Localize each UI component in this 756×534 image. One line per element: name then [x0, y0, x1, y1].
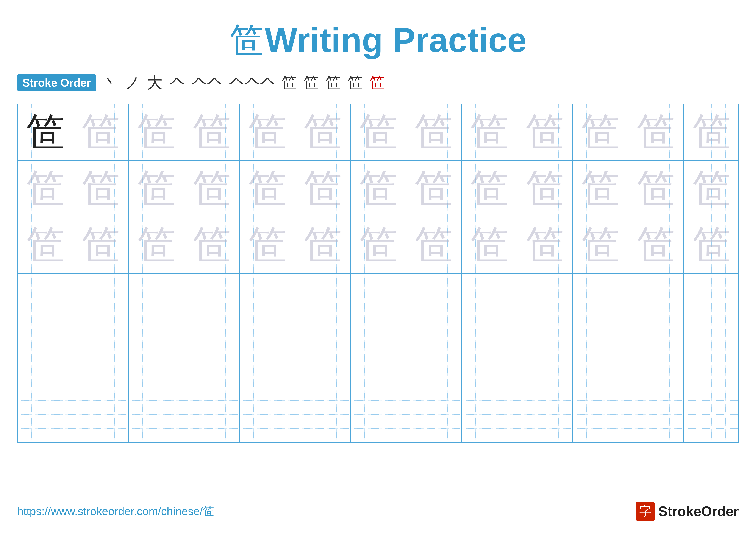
- grid-cell-2-9: 笸: [462, 161, 517, 217]
- grid-cell-4-8: [406, 273, 462, 330]
- grid-cell-2-8: 笸: [406, 161, 462, 217]
- title-area: 笸 Writing Practice: [0, 0, 756, 64]
- cell-char-faded: 笸: [137, 169, 176, 208]
- grid-cell-4-10: [517, 273, 573, 330]
- grid-cell-1-11: 笸: [573, 104, 628, 160]
- grid-cell-4-9: [462, 273, 517, 330]
- cell-char-faded: 笸: [303, 113, 342, 152]
- stroke-step-3: 大: [147, 72, 162, 93]
- grid-cell-6-4: [184, 387, 240, 443]
- grid-cell-2-12: 笸: [628, 161, 684, 217]
- grid-cell-2-10: 笸: [517, 161, 573, 217]
- grid-row-2: 笸 笸 笸 笸 笸 笸 笸 笸: [18, 161, 738, 217]
- cell-char-faded: 笸: [692, 226, 731, 265]
- grid-cell-2-4: 笸: [184, 161, 240, 217]
- grid-cell-6-1: [18, 387, 73, 443]
- cell-char-faded: 笸: [581, 169, 620, 208]
- grid-cell-5-7: [351, 330, 406, 386]
- grid-cell-6-12: [628, 387, 684, 443]
- cell-char-faded: 笸: [303, 169, 342, 208]
- cell-char-faded: 笸: [636, 113, 675, 152]
- grid-cell-3-10: 笸: [517, 217, 573, 273]
- stroke-step-4: 𠆢: [169, 74, 184, 92]
- grid-cell-1-6: 笸: [295, 104, 351, 160]
- cell-char-faded: 笸: [81, 226, 120, 265]
- grid-cell-5-6: [295, 330, 351, 386]
- grid-cell-2-1: 笸: [18, 161, 73, 217]
- title-text: Writing Practice: [265, 21, 526, 59]
- grid-cell-4-5: [240, 273, 295, 330]
- cell-char-faded: 笸: [414, 113, 453, 152]
- grid-cell-3-7: 笸: [351, 217, 406, 273]
- cell-char-faded: 笸: [303, 226, 342, 265]
- stroke-step-9: 笸: [325, 72, 341, 93]
- grid-cell-6-13: [684, 387, 739, 443]
- cell-char-faded: 笸: [81, 169, 120, 208]
- grid-cell-3-8: 笸: [406, 217, 462, 273]
- grid-cell-3-5: 笸: [240, 217, 295, 273]
- cell-char-faded: 笸: [192, 113, 231, 152]
- grid-cell-4-13: [684, 273, 739, 330]
- grid-cell-6-10: [517, 387, 573, 443]
- cell-char-faded: 笸: [692, 169, 731, 208]
- cell-char-solid: 笸: [26, 113, 65, 152]
- grid-cell-1-3: 笸: [129, 104, 184, 160]
- stroke-step-1: 丶: [103, 72, 118, 93]
- grid-cell-5-12: [628, 330, 684, 386]
- footer-brand-name: StrokeOrder: [659, 503, 739, 519]
- practice-grid: 笸 笸 笸 笸 笸 笸 笸 笸: [17, 104, 739, 443]
- grid-cell-6-2: [73, 387, 129, 443]
- grid-cell-2-7: 笸: [351, 161, 406, 217]
- cell-char-faded: 笸: [470, 113, 509, 152]
- stroke-order-badge: Stroke Order: [17, 74, 96, 91]
- grid-cell-6-5: [240, 387, 295, 443]
- cell-char-faded: 笸: [137, 226, 176, 265]
- grid-cell-3-13: 笸: [684, 217, 739, 273]
- cell-char-faded: 笸: [526, 169, 564, 208]
- cell-char-faded: 笸: [359, 169, 398, 208]
- grid-cell-5-9: [462, 330, 517, 386]
- grid-cell-5-8: [406, 330, 462, 386]
- grid-cell-4-1: [18, 273, 73, 330]
- stroke-step-7: 笸: [282, 72, 297, 93]
- grid-row-3: 笸 笸 笸 笸 笸 笸 笸 笸: [18, 217, 738, 273]
- grid-cell-2-6: 笸: [295, 161, 351, 217]
- stroke-step-2: ノ: [124, 72, 141, 93]
- grid-cell-2-2: 笸: [73, 161, 129, 217]
- cell-char-faded: 笸: [192, 226, 231, 265]
- grid-cell-3-11: 笸: [573, 217, 628, 273]
- cell-char-faded: 笸: [470, 226, 509, 265]
- grid-cell-1-1: 笸: [18, 104, 73, 160]
- grid-row-6: [18, 387, 738, 443]
- cell-char-faded: 笸: [359, 226, 398, 265]
- grid-cell-4-7: [351, 273, 406, 330]
- grid-cell-4-3: [129, 273, 184, 330]
- cell-char-faded: 笸: [470, 169, 509, 208]
- grid-cell-5-1: [18, 330, 73, 386]
- cell-char-faded: 笸: [526, 113, 564, 152]
- grid-cell-1-7: 笸: [351, 104, 406, 160]
- grid-cell-5-3: [129, 330, 184, 386]
- grid-cell-5-10: [517, 330, 573, 386]
- grid-cell-1-5: 笸: [240, 104, 295, 160]
- cell-char-faded: 笸: [581, 226, 620, 265]
- grid-cell-1-2: 笸: [73, 104, 129, 160]
- footer-url: https://www.strokeorder.com/chinese/笸: [17, 504, 214, 519]
- grid-row-4: [18, 273, 738, 330]
- stroke-step-10: 笸: [347, 72, 363, 93]
- cell-char-faded: 笸: [248, 113, 286, 152]
- title-character: 笸: [229, 21, 264, 60]
- cell-char-faded: 笸: [692, 113, 731, 152]
- grid-cell-6-11: [573, 387, 628, 443]
- grid-cell-5-5: [240, 330, 295, 386]
- footer-brand-icon: 字: [635, 502, 655, 521]
- cell-char-faded: 笸: [248, 226, 286, 265]
- grid-cell-3-2: 笸: [73, 217, 129, 273]
- grid-cell-1-13: 笸: [684, 104, 739, 160]
- grid-cell-5-4: [184, 330, 240, 386]
- grid-cell-4-12: [628, 273, 684, 330]
- grid-cell-6-9: [462, 387, 517, 443]
- footer-brand: 字 StrokeOrder: [635, 502, 739, 521]
- grid-cell-2-3: 笸: [129, 161, 184, 217]
- grid-row-1: 笸 笸 笸 笸 笸 笸 笸 笸: [18, 104, 738, 161]
